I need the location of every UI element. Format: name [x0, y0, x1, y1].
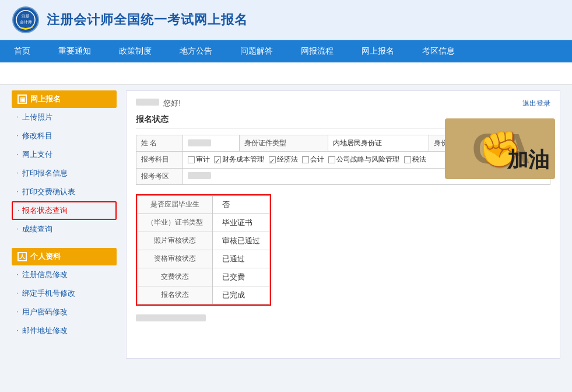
sidebar-print-reg-info[interactable]: 打印报名信息	[12, 164, 117, 183]
nav-policy[interactable]: 政策制度	[105, 40, 166, 62]
status-row-photo: 照片审核状态 审核已通过	[138, 232, 270, 250]
sidebar-personal-section: 人 个人资料 注册信息修改 绑定手机号修改 用户密码修改 邮件地址修改	[12, 248, 117, 340]
id-type-label: 身份证件类型	[240, 135, 328, 152]
reg-value: 已完成	[213, 286, 270, 304]
status-row-cert: （毕业）证书类型 毕业证书	[138, 214, 270, 232]
sidebar-edit-password[interactable]: 用户密码修改	[12, 303, 117, 321]
subject-economic: ✓经济法	[269, 155, 298, 164]
site-title: 注册会计师全国统一考试网上报名	[47, 11, 248, 29]
subject-strategy: 公司战略与风险管理	[328, 155, 399, 164]
cert-value: 毕业证书	[213, 214, 270, 232]
svg-text:注册: 注册	[22, 14, 30, 19]
subject-financial: ✓财务成本管理	[214, 155, 264, 164]
nav-home[interactable]: 首页	[0, 40, 44, 62]
nav-process[interactable]: 网报流程	[287, 40, 348, 62]
name-label: 姓 名	[136, 135, 183, 152]
status-table: 是否应届毕业生 否 （毕业）证书类型 毕业证书 照片审核状态 审核已通过 资格审…	[137, 195, 270, 304]
sidebar-modify-subject[interactable]: 修改科目	[12, 127, 117, 145]
reg-label: 报名状态	[138, 286, 213, 304]
name-value	[183, 135, 240, 152]
nav-local[interactable]: 地方公告	[166, 40, 226, 62]
sidebar-edit-email[interactable]: 邮件地址修改	[12, 321, 117, 340]
bottom-row	[136, 314, 550, 323]
sidebar-upload-photo[interactable]: 上传照片	[12, 108, 117, 127]
sidebar-personal-title: 人 个人资料	[12, 248, 117, 265]
subject-label: 报考科目	[136, 152, 183, 169]
graduate-label: 是否应届毕业生	[138, 195, 213, 214]
sidebar-online-reg-title: ▣ 网上报名	[12, 90, 117, 108]
search-bar	[0, 62, 572, 85]
subject-tax: 税法	[404, 155, 426, 164]
graduate-value: 否	[213, 195, 270, 214]
ca-overlay: CA ✊ 加油	[445, 118, 555, 179]
nav-exam-area[interactable]: 考区信息	[408, 40, 469, 62]
nav-notice[interactable]: 重要通知	[44, 40, 105, 62]
subject-audit: 审计	[188, 155, 210, 164]
status-row-qualification: 资格审核状态 已通过	[138, 250, 270, 268]
main-nav: 首页 重要通知 政策制度 地方公告 问题解答 网报流程 网上报名 考区信息	[0, 40, 572, 62]
status-row-graduate: 是否应届毕业生 否	[138, 195, 270, 214]
photo-label: 照片审核状态	[138, 232, 213, 250]
logo-icon: 注册 会计师	[12, 6, 40, 34]
subject-accounting: 会计	[302, 155, 324, 164]
username-blurred	[136, 99, 159, 106]
logout-button[interactable]: 退出登录	[522, 99, 550, 108]
qualification-label: 资格审核状态	[138, 250, 213, 268]
sidebar-online-reg-section: ▣ 网上报名 上传照片 修改科目 网上支付 打印报名信息 打印交费确认表 报名状…	[12, 90, 117, 239]
sidebar: ▣ 网上报名 上传照片 修改科目 网上支付 打印报名信息 打印交费确认表 报名状…	[12, 90, 117, 359]
sidebar-reg-status-query[interactable]: 报名状态查询	[12, 201, 117, 220]
qualification-value: 已通过	[213, 250, 270, 268]
sidebar-score-query[interactable]: 成绩查询	[12, 220, 117, 239]
id-type-value: 内地居民身份证	[328, 135, 429, 152]
cert-label: （毕业）证书类型	[138, 214, 213, 232]
nav-faq[interactable]: 问题解答	[226, 40, 287, 62]
monitor-icon: ▣	[17, 94, 27, 104]
status-row-payment: 交费状态 已交费	[138, 268, 270, 286]
sidebar-edit-phone[interactable]: 绑定手机号修改	[12, 284, 117, 303]
status-detail-box: 是否应届毕业生 否 （毕业）证书类型 毕业证书 照片审核状态 审核已通过 资格审…	[136, 194, 271, 306]
sidebar-print-fee-confirm[interactable]: 打印交费确认表	[12, 183, 117, 201]
nav-online-reg[interactable]: 网上报名	[348, 40, 408, 62]
person-icon: 人	[17, 252, 27, 261]
status-row-reg: 报名状态 已完成	[138, 286, 270, 304]
sidebar-online-payment[interactable]: 网上支付	[12, 145, 117, 164]
greeting-bar: 您好! 退出登录	[136, 98, 550, 108]
area-label: 报考考区	[136, 168, 183, 184]
sidebar-edit-reg-info[interactable]: 注册信息修改	[12, 265, 117, 284]
header: 注册 会计师 注册会计师全国统一考试网上报名	[0, 0, 572, 40]
svg-text:会计师: 会计师	[20, 20, 32, 24]
payment-value: 已交费	[213, 268, 270, 286]
photo-value: 审核已通过	[213, 232, 270, 250]
payment-label: 交费状态	[138, 268, 213, 286]
jiayou-text: 加油	[507, 146, 549, 174]
